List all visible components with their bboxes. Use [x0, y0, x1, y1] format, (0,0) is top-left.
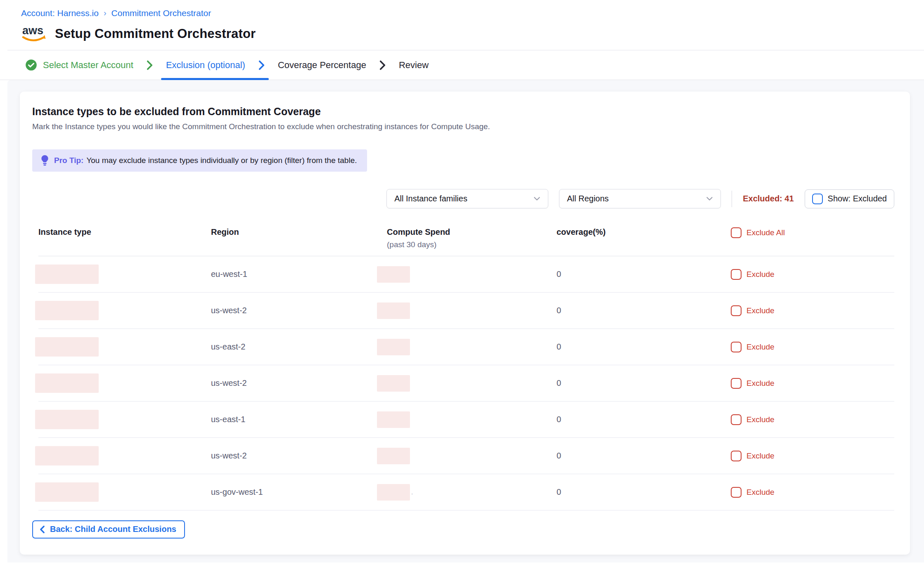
coverage-cell: 0 [557, 306, 731, 315]
chevron-down-icon [533, 196, 540, 201]
aws-logo-icon: aws [21, 24, 48, 43]
table-row: us-west-2 0 Exclude [38, 365, 894, 402]
exclude-checkbox[interactable] [731, 451, 742, 461]
region-cell: us-west-2 [211, 451, 387, 461]
compute-spend-redacted [377, 375, 410, 392]
instance-type-redacted [35, 373, 99, 393]
table-body: eu-west-1 0 Exclude us-west-2 [38, 256, 894, 510]
instance-families-select[interactable]: All Instance families [386, 189, 548, 208]
excluded-count-badge: Excluded: 41 [743, 194, 794, 203]
region-cell: us-gov-west-1 [211, 487, 387, 497]
spend-suffix: . [411, 489, 413, 496]
vertical-divider [732, 191, 732, 207]
pro-tip-text: Pro Tip: You may exclude instance types … [54, 156, 357, 165]
page-title: Setup Commitment Orchestrator [55, 26, 256, 41]
step-select-master-account[interactable]: Select Master Account [25, 59, 133, 71]
coverage-cell: 0 [557, 487, 731, 497]
exclude-control[interactable]: Exclude [731, 378, 894, 389]
instance-type-redacted [35, 265, 99, 284]
exclude-control[interactable]: Exclude [731, 305, 894, 316]
exclude-checkbox[interactable] [731, 378, 742, 389]
exclude-control[interactable]: Exclude [731, 487, 894, 498]
coverage-cell: 0 [557, 342, 731, 352]
instance-families-value: All Instance families [394, 194, 467, 203]
step-label: Coverage Percentage [278, 60, 366, 71]
instance-type-redacted [35, 410, 99, 429]
region-cell: us-west-2 [211, 378, 387, 388]
exclude-label: Exclude [746, 343, 775, 352]
breadcrumb: Account: Harness.io › Commitment Orchest… [21, 8, 924, 18]
table-row: us-west-2 0 Exclude [38, 293, 894, 329]
exclude-label: Exclude [746, 415, 775, 424]
regions-select[interactable]: All Regions [559, 189, 721, 208]
col-compute-spend-label: Compute Spend [387, 227, 450, 236]
compute-spend-redacted [377, 339, 410, 355]
back-button-label: Back: Child Account Exclusions [50, 524, 176, 534]
exclude-label: Exclude [746, 379, 775, 388]
app-header: Account: Harness.io › Commitment Orchest… [0, 0, 924, 50]
card-subtitle: Mark the Instance types you would like t… [32, 122, 894, 131]
exclude-all-control[interactable]: Exclude All [731, 227, 894, 238]
back-button[interactable]: Back: Child Account Exclusions [32, 520, 185, 539]
exclude-checkbox[interactable] [731, 487, 742, 498]
region-cell: us-east-2 [211, 342, 387, 352]
exclude-control[interactable]: Exclude [731, 269, 894, 280]
table-header: Instance type Region Compute Spend (past… [38, 227, 894, 256]
exclude-control[interactable]: Exclude [731, 451, 894, 461]
step-coverage-percentage[interactable]: Coverage Percentage [278, 60, 366, 71]
exclude-checkbox[interactable] [731, 269, 742, 280]
table-row: us-east-2 0 Exclude [38, 329, 894, 365]
exclude-all-label: Exclude All [746, 228, 785, 237]
exclude-control[interactable]: Exclude [731, 342, 894, 352]
exclude-checkbox[interactable] [731, 305, 742, 316]
col-region: Region [211, 227, 387, 237]
coverage-cell: 0 [557, 378, 731, 388]
chevron-right-icon [379, 60, 386, 71]
exclude-all-checkbox[interactable] [731, 227, 742, 238]
show-excluded-label: Show: Excluded [828, 194, 887, 203]
card-title: Instance types to be excluded from Commi… [32, 106, 894, 118]
coverage-cell: 0 [557, 269, 731, 279]
col-coverage: coverage(%) [557, 227, 731, 237]
chevron-down-icon [706, 196, 713, 201]
check-circle-icon [25, 59, 37, 71]
coverage-cell: 0 [557, 451, 731, 461]
compute-spend-redacted [377, 448, 410, 464]
instance-type-redacted [35, 337, 99, 357]
compute-spend-redacted [377, 302, 410, 319]
chevron-right-icon [258, 60, 265, 71]
instance-type-redacted [35, 482, 99, 502]
table-row: us-gov-west-1 . 0 Exclude [38, 474, 894, 510]
instance-type-redacted [35, 446, 99, 465]
exclude-checkbox[interactable] [731, 414, 742, 425]
pro-tip-message: You may exclude instance types individua… [86, 156, 357, 165]
filters-bar: All Instance families All Regions Exclud… [32, 189, 894, 208]
exclude-label: Exclude [746, 270, 775, 279]
show-excluded-toggle[interactable]: Show: Excluded [805, 189, 894, 208]
step-exclusion-optional[interactable]: Exclusion (optional) [166, 60, 245, 71]
instance-type-redacted [35, 301, 99, 320]
active-step-group: Exclusion (optional) [166, 50, 265, 80]
exclude-control[interactable]: Exclude [731, 414, 894, 425]
pro-tip-banner: Pro Tip: You may exclude instance types … [32, 149, 367, 172]
show-excluded-checkbox[interactable] [812, 194, 823, 204]
pro-tip-label: Pro Tip: [54, 156, 83, 165]
coverage-cell: 0 [557, 415, 731, 424]
breadcrumb-account-link[interactable]: Account: Harness.io [21, 8, 99, 18]
chevron-left-icon [39, 525, 45, 534]
table-row: us-west-2 0 Exclude [38, 438, 894, 474]
exclude-checkbox[interactable] [731, 342, 742, 352]
step-label: Review [399, 60, 429, 71]
breadcrumb-page-link[interactable]: Commitment Orchestrator [111, 8, 211, 18]
regions-value: All Regions [567, 194, 609, 203]
compute-spend-redacted [377, 411, 410, 428]
content-area: Instance types to be excluded from Commi… [7, 80, 924, 562]
step-label: Select Master Account [43, 60, 133, 71]
col-compute-spend: Compute Spend (past 30 days) [387, 227, 557, 249]
wizard-stepper: Select Master Account Exclusion (optiona… [0, 50, 924, 80]
step-review[interactable]: Review [399, 60, 429, 71]
table-row: eu-west-1 0 Exclude [38, 256, 894, 293]
col-compute-spend-sub: (past 30 days) [387, 240, 557, 249]
lightbulb-icon [40, 154, 49, 167]
exclude-label: Exclude [746, 306, 775, 315]
